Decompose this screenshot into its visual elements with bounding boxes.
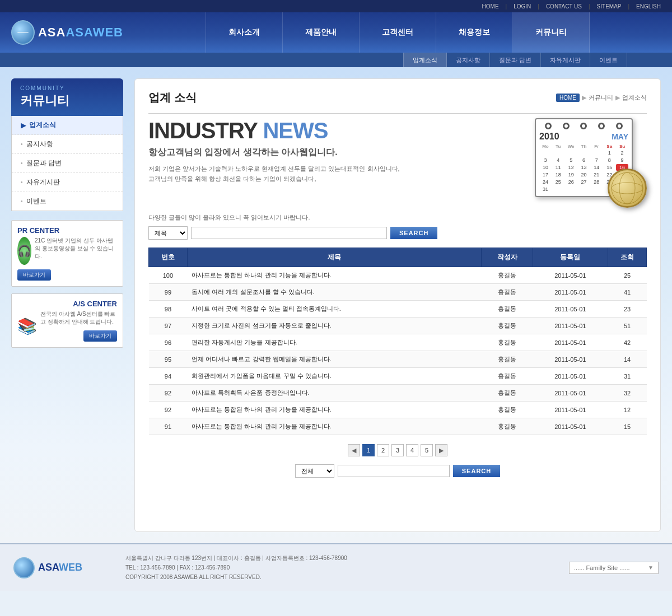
cell-date: 2011-05-01 <box>533 351 608 368</box>
pagination-page-4[interactable]: 4 <box>406 444 418 456</box>
bottom-search-input[interactable] <box>338 465 450 477</box>
top-nav-english[interactable]: ENGLISH <box>636 3 661 10</box>
svg-point-1 <box>619 172 635 204</box>
cell-no: 98 <box>149 301 188 318</box>
pr-center-btn[interactable]: 바로가기 <box>17 269 51 281</box>
cell-title[interactable]: 지정한 크기로 사진의 섬크기를 자동으로 줄입니다. <box>187 318 482 334</box>
cell-title[interactable]: 아사프로는 통합된 하나의 관리 기능을 제공합니다. <box>187 402 482 418</box>
family-site-label: ...... Familly Site ...... <box>574 564 630 571</box>
news-table: 번호 제목 작성자 등록일 조회 100 아사프로는 통합된 하나의 관리 기능… <box>148 248 647 435</box>
main-content: 업계 소식 HOME ▶ 커뮤니티 ▶ 업계소식 INDUSTRY NEWS 항… <box>134 78 661 532</box>
footer-tel: TEL : 123-456-7890 | FAX : 123-456-7890 <box>125 563 558 572</box>
news-header: INDUSTRY NEWS 항상고객님의 입장에서 생각하는 아사웹입니다. 저… <box>148 118 647 208</box>
family-site-select[interactable]: ...... Familly Site ...... ▼ <box>569 562 659 574</box>
nav-products[interactable]: 제품안내 <box>283 12 360 53</box>
nav-customer[interactable]: 고객센터 <box>360 12 436 53</box>
bottom-search: 전체 제목 내용 SEARCH <box>148 464 647 478</box>
search-button[interactable]: SEARCH <box>390 227 437 239</box>
cell-author: 홍길동 <box>482 418 533 435</box>
pagination-page-5[interactable]: 5 <box>421 444 433 456</box>
sidebar-menu-event[interactable]: • 이벤트 <box>12 192 123 211</box>
pagination: ◀ 1 2 3 4 5 ▶ <box>148 444 647 456</box>
sidebar-menu-qna[interactable]: • 질문과 답변 <box>12 154 123 173</box>
cell-date: 2011-05-01 <box>533 318 608 334</box>
col-no: 번호 <box>149 248 188 267</box>
top-nav-login[interactable]: LOGIN <box>514 3 531 10</box>
nav-recruit[interactable]: 채용정보 <box>436 12 513 53</box>
as-center-btn[interactable]: 바로가기 <box>83 330 117 342</box>
cell-author: 홍길동 <box>482 385 533 402</box>
cell-title[interactable]: 편리한 자동게시판 기능을 제공합니다. <box>187 334 482 351</box>
cell-title[interactable]: 아사프로는 통합된 하나의 관리 기능을 제공합니다. <box>187 418 482 435</box>
cell-date: 2011-05-01 <box>533 368 608 385</box>
sidebar-menu-industry[interactable]: ▶ 업계소식 <box>12 116 123 135</box>
table-row: 94 회원관리에서 가입폼을 마음대로 꾸밀 수 있습니다. 홍길동 2011-… <box>149 368 647 385</box>
breadcrumb-current: 업계소식 <box>622 94 647 102</box>
cell-title[interactable]: 아사프로는 통합된 하나의 관리 기능을 제공합니다. <box>187 267 482 284</box>
pagination-page-2[interactable]: 2 <box>377 444 389 456</box>
pagination-next[interactable]: ▶ <box>435 444 447 456</box>
cell-no: 92 <box>149 402 188 418</box>
cell-date: 2011-05-01 <box>533 418 608 435</box>
pagination-page-1[interactable]: 1 <box>362 444 375 456</box>
table-row: 99 동시에 여러 개의 설문조사를 할 수 있습니다. 홍길동 2011-05… <box>149 284 647 301</box>
breadcrumb: HOME ▶ 커뮤니티 ▶ 업계소식 <box>556 94 647 102</box>
search-bar: 제목 내용 작성자 SEARCH <box>148 226 647 240</box>
logo-text: ASAASAWEB <box>38 25 123 40</box>
footer-globe-icon <box>13 557 35 578</box>
table-header-row: 번호 제목 작성자 등록일 조회 <box>149 248 647 267</box>
cell-title[interactable]: 아사프로 특허획득 사은품 증정안내입니다. <box>187 385 482 402</box>
pagination-prev[interactable]: ◀ <box>348 444 360 456</box>
cell-title[interactable]: 동시에 여러 개의 설문조사를 할 수 있습니다. <box>187 284 482 301</box>
news-subtitle: 항상고객님의 입장에서 생각하는 아사웹입니다. <box>148 147 400 158</box>
as-center-title: A/S CENTER <box>17 300 117 308</box>
cell-author: 홍길동 <box>482 301 533 318</box>
sidebar-menu-freeboard[interactable]: • 자유게시판 <box>12 173 123 192</box>
family-site-arrow: ▼ <box>648 564 654 571</box>
cell-views: 42 <box>608 334 647 351</box>
search-type-select[interactable]: 제목 내용 작성자 <box>148 226 188 240</box>
col-views: 조회 <box>608 248 647 267</box>
search-input[interactable] <box>191 227 387 239</box>
footer-family-site: ...... Familly Site ...... ▼ <box>569 562 659 574</box>
calendar-widget: 2010 MAY Mo Tu We Th Fr Sa Su <box>535 118 647 208</box>
cell-title[interactable]: 사이트 여러 곳에 적용할 수 있는 멀티 접속통계입니다. <box>187 301 482 318</box>
top-nav-contact[interactable]: CONTACT US <box>546 3 582 10</box>
subnav-qna[interactable]: 질문과 답변 <box>490 53 541 67</box>
pagination-page-3[interactable]: 3 <box>391 444 404 456</box>
cell-views: 12 <box>608 402 647 418</box>
news-title-word1: INDUSTRY <box>148 118 257 143</box>
pr-center-desc: 21C 인터넷 기업의 선두 아사웹의 홍보동영상을 보실 수 있습니다. <box>35 237 117 260</box>
footer-address: 서울특별시 강나구 다라동 123번지 | 대표이사 : 홍길동 | 사업자등록… <box>125 553 558 563</box>
page-title: 업계 소식 <box>148 90 197 105</box>
search-prompt: 다양한 글들이 많이 올라와 있으니 꼭 읽어보시기 바랍니다. <box>148 213 647 222</box>
bottom-type-select[interactable]: 전체 제목 내용 <box>295 464 334 478</box>
table-row: 97 지정한 크기로 사진의 섬크기를 자동으로 줄입니다. 홍길동 2011-… <box>149 318 647 334</box>
nav-company[interactable]: 회사소개 <box>206 12 283 53</box>
calendar-header: 2010 MAY <box>539 132 628 142</box>
sidebar: COMMUNITY 커뮤니티 ▶ 업계소식 • 공지사항 • 질문과 답변 • … <box>11 78 123 543</box>
subnav-freeboard[interactable]: 자유게시판 <box>541 53 590 67</box>
top-nav-home[interactable]: HOME <box>482 3 499 10</box>
sidebar-menu-notice[interactable]: • 공지사항 <box>12 135 123 154</box>
cell-date: 2011-05-01 <box>533 267 608 284</box>
sub-navigation: 업계소식 공지사항 질문과 답변 자유게시판 이벤트 <box>0 53 672 67</box>
as-center-desc: 전국의 아사웹 A/S센터를 빠르고 정확하게 안내해 드립니다. <box>40 310 117 326</box>
sidebar-menu: ▶ 업계소식 • 공지사항 • 질문과 답변 • 자유게시판 • 이벤트 <box>11 116 123 211</box>
subnav-notice[interactable]: 공지사항 <box>447 53 490 67</box>
divider <box>148 113 647 114</box>
footer-info: 서울특별시 강나구 다라동 123번지 | 대표이사 : 홍길동 | 사업자등록… <box>114 553 569 582</box>
globe-decoration <box>608 169 647 208</box>
breadcrumb-bar: 업계 소식 HOME ▶ 커뮤니티 ▶ 업계소식 <box>148 90 647 105</box>
nav-community[interactable]: 커뮤니티 <box>513 12 590 53</box>
subnav-event[interactable]: 이벤트 <box>590 53 627 67</box>
pr-center-image-area: 🎧 21C 인터넷 기업의 선두 아사웹의 홍보동영상을 보실 수 있습니다. <box>17 237 117 265</box>
top-nav-sitemap[interactable]: SITEMAP <box>597 3 622 10</box>
cell-no: 97 <box>149 318 188 334</box>
bottom-search-button[interactable]: SEARCH <box>453 465 500 477</box>
cell-title[interactable]: 언제 어디서나 빠르고 강력한 웹메일을 제공합니다. <box>187 351 482 368</box>
subnav-industry[interactable]: 업계소식 <box>403 53 447 67</box>
cell-views: 23 <box>608 301 647 318</box>
table-row: 92 아사프로 특허획득 사은품 증정안내입니다. 홍길동 2011-05-01… <box>149 385 647 402</box>
cell-title[interactable]: 회원관리에서 가입폼을 마음대로 꾸밀 수 있습니다. <box>187 368 482 385</box>
